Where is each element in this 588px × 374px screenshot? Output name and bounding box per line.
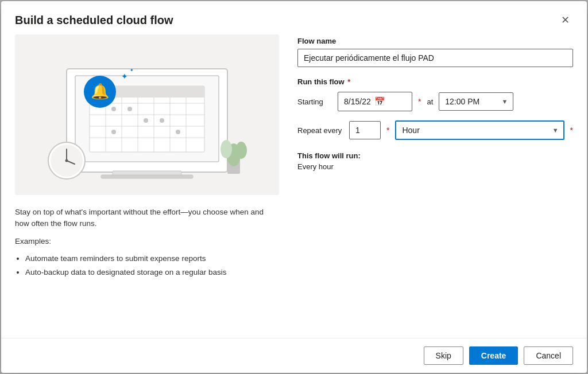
- svg-text:🔔: 🔔: [91, 82, 110, 100]
- svg-point-20: [111, 130, 116, 134]
- svg-point-19: [176, 130, 180, 134]
- cancel-button[interactable]: Cancel: [524, 346, 573, 365]
- dialog-body: 🔔 ✦ ✦ Stay on top of what's important wi…: [1, 34, 587, 338]
- flow-name-label: Flow name: [297, 37, 573, 45]
- flow-will-run-section: This flow will run: Every hour: [297, 151, 573, 171]
- illustration: 🔔 ✦ ✦: [15, 34, 279, 195]
- svg-point-16: [127, 107, 132, 111]
- repeat-number-input[interactable]: [349, 121, 381, 139]
- svg-point-27: [65, 159, 68, 162]
- calendar-icon: 📅: [374, 96, 385, 107]
- flow-will-run-value: Every hour: [297, 162, 573, 171]
- dialog-header: Build a scheduled cloud flow ✕: [1, 1, 587, 34]
- flow-will-run-title: This flow will run:: [297, 151, 573, 160]
- svg-point-31: [235, 142, 247, 159]
- example-item: Automate team reminders to submit expens…: [25, 253, 279, 264]
- at-label: at: [427, 98, 433, 106]
- dialog-footer: Skip Create Cancel: [1, 338, 587, 373]
- left-panel: 🔔 ✦ ✦ Stay on top of what's important wi…: [15, 34, 279, 338]
- date-value: 8/15/22: [344, 97, 371, 106]
- svg-point-15: [111, 107, 116, 111]
- run-required-star: *: [346, 77, 351, 86]
- date-required-star: *: [418, 97, 421, 106]
- skip-button[interactable]: Skip: [424, 346, 463, 365]
- flow-name-input[interactable]: [297, 49, 573, 67]
- repeat-row: Repeat every * Second Minute Hour Day We…: [297, 120, 573, 140]
- time-select[interactable]: 12:00 PM 12:30 PM 1:00 PM: [439, 92, 513, 111]
- left-description: Stay on top of what's important without …: [15, 207, 279, 280]
- svg-text:✦: ✦: [130, 68, 134, 73]
- unit-select-wrapper: Second Minute Hour Day Week Month ▼: [395, 120, 564, 140]
- create-button[interactable]: Create: [469, 346, 519, 365]
- run-section-label: Run this flow *: [297, 77, 573, 86]
- svg-point-30: [220, 140, 232, 158]
- repeat-num-required-star: *: [386, 126, 389, 135]
- close-button[interactable]: ✕: [558, 13, 573, 28]
- starting-label: Starting: [297, 98, 332, 106]
- run-section: Run this flow * Starting 8/15/22 📅 * at: [297, 77, 573, 178]
- examples-list: Automate team reminders to submit expens…: [15, 253, 279, 279]
- unit-select[interactable]: Second Minute Hour Day Week Month: [395, 120, 564, 140]
- svg-point-17: [144, 118, 148, 123]
- svg-rect-22: [101, 175, 193, 178]
- flow-name-field: Flow name: [297, 37, 573, 77]
- svg-text:✦: ✦: [121, 72, 128, 81]
- time-select-wrapper: 12:00 PM 12:30 PM 1:00 PM ▼: [439, 92, 513, 111]
- svg-point-18: [160, 118, 164, 123]
- starting-row: Starting 8/15/22 📅 * at 12:00 PM 12:30 P…: [297, 92, 573, 111]
- examples-label: Examples:: [15, 236, 279, 247]
- repeat-unit-required-star: *: [570, 126, 573, 135]
- repeat-every-label: Repeat every: [297, 126, 343, 135]
- dialog: Build a scheduled cloud flow ✕: [1, 1, 587, 373]
- dialog-title: Build a scheduled cloud flow: [15, 14, 173, 27]
- example-item: Auto-backup data to designated storage o…: [25, 267, 279, 278]
- date-picker[interactable]: 8/15/22 📅: [338, 92, 412, 111]
- dialog-overlay: Build a scheduled cloud flow ✕: [0, 0, 588, 374]
- right-panel: Flow name Run this flow * Starting 8/15/…: [297, 34, 573, 338]
